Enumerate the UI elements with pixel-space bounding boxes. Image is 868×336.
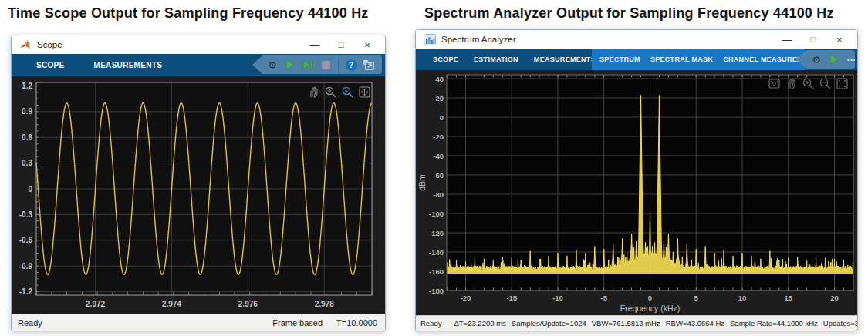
close-button[interactable]: × <box>354 36 380 53</box>
minimize-button[interactable]: — <box>302 36 328 53</box>
scope-statusbar: Ready Frame based T=10.0000 <box>12 314 385 331</box>
tab-estimation[interactable]: ESTIMATION <box>474 55 518 63</box>
simulation-settings-icon[interactable]: ⚙ <box>809 52 823 66</box>
svg-text:5: 5 <box>694 294 699 302</box>
svg-text:2.978: 2.978 <box>315 300 334 308</box>
svg-text:0: 0 <box>648 294 652 302</box>
svg-text:-100: -100 <box>429 210 444 218</box>
stop-icon[interactable] <box>319 58 333 72</box>
scope-window: Scope — □ × SCOPE MEASUREMENTS ⚙ ? <box>11 35 386 331</box>
maximize-button[interactable]: □ <box>328 36 354 53</box>
fit-to-view-icon[interactable] <box>836 77 849 90</box>
svg-text:0.3: 0.3 <box>22 159 32 167</box>
spectrum-plot[interactable]: 40200-20-40-60-80-100-120-140-160-180-20… <box>416 70 858 317</box>
close-button[interactable]: × <box>826 31 853 48</box>
status-vbw: VBW=761.5813 mHz <box>592 319 660 328</box>
svg-text:15: 15 <box>784 294 792 302</box>
matlab-logo-icon <box>19 39 32 51</box>
pan-icon[interactable] <box>785 77 798 90</box>
svg-text:-0.9: -0.9 <box>19 262 33 270</box>
spectrum-window-title: Spectrum Analyzer <box>441 35 516 44</box>
spectrum-toolbar: ⚙ ••• <box>796 50 855 69</box>
svg-text:-10: -10 <box>552 294 563 302</box>
tab-scope[interactable]: SCOPE <box>433 55 458 63</box>
run-icon[interactable] <box>827 52 841 66</box>
status-delta-t: ΔT=23.2200 ms <box>454 319 505 328</box>
scope-status-ready: Ready <box>18 318 42 328</box>
svg-text:2.976: 2.976 <box>238 300 258 308</box>
svg-text:-15: -15 <box>506 294 517 302</box>
svg-text:-80: -80 <box>433 190 444 199</box>
left-figure-title: Time Scope Output for Sampling Frequency… <box>8 5 369 22</box>
svg-text:-0.6: -0.6 <box>19 236 33 244</box>
time-scope-plot[interactable]: 1.20.90.60.30-0.3-0.6-0.9-1.22.9722.9742… <box>12 76 386 315</box>
minimize-button[interactable]: — <box>774 31 800 48</box>
svg-text:40: 40 <box>435 75 444 83</box>
status-rbw: RBW=43.0664 Hz <box>666 319 724 328</box>
spectrum-status-metrics: ΔT=23.2200 ms Samples/Update=1024 VBW=76… <box>454 319 858 328</box>
svg-text:0.6: 0.6 <box>22 133 32 142</box>
spectrum-plot-tools <box>768 77 849 90</box>
svg-text:-60: -60 <box>433 171 444 180</box>
tab-spectral-mask[interactable]: SPECTRAL MASK <box>650 55 713 63</box>
svg-text:-5: -5 <box>601 294 608 302</box>
spectrum-plot-region: 40200-20-40-60-80-100-120-140-160-180-20… <box>416 70 857 315</box>
svg-text:-160: -160 <box>429 267 444 276</box>
svg-text:2.972: 2.972 <box>86 300 105 308</box>
tab-spectrum[interactable]: SPECTRUM <box>599 55 640 63</box>
scope-status-time: T=10.0000 <box>336 318 377 328</box>
status-samples-per-update: Samples/Update=1024 <box>512 319 586 328</box>
scope-plot-region: 1.20.90.60.30-0.3-0.6-0.9-1.22.9722.9742… <box>12 76 385 314</box>
zoom-out-icon[interactable] <box>819 77 832 90</box>
run-icon[interactable] <box>283 58 297 72</box>
svg-text:-0.3: -0.3 <box>19 210 33 219</box>
spectrum-analyzer-window: Spectrum Analyzer — □ × SCOPE ESTIMATION… <box>415 29 858 331</box>
svg-text:-20: -20 <box>461 294 471 302</box>
spectrum-status-ready: Ready <box>420 319 441 328</box>
zoom-in-icon[interactable] <box>324 86 337 99</box>
spectrum-context-tab-group: SPECTRUM SPECTRAL MASK CHANNEL MEASUREME… <box>592 49 805 70</box>
svg-text:20: 20 <box>830 294 839 302</box>
maximize-button[interactable]: □ <box>800 31 826 48</box>
dock-window-icon[interactable] <box>362 58 376 72</box>
tab-measurements[interactable]: MEASUREMENTS <box>94 61 163 69</box>
svg-text:-40: -40 <box>433 152 444 160</box>
svg-text:-20: -20 <box>433 133 444 141</box>
svg-text:20: 20 <box>435 94 444 102</box>
svg-text:0: 0 <box>28 185 32 193</box>
tab-measurements[interactable]: MEASUREMENTS <box>534 55 596 63</box>
fit-to-view-icon[interactable] <box>358 86 371 99</box>
status-sample-rate: Sample Rate=44.1000 kHz <box>730 319 818 328</box>
svg-text:0: 0 <box>440 113 444 122</box>
autoscale-icon[interactable] <box>768 77 781 90</box>
scope-toolstrip: SCOPE MEASUREMENTS ⚙ ? <box>12 54 385 76</box>
spectrum-statusbar: Ready ΔT=23.2200 ms Samples/Update=1024 … <box>416 315 857 331</box>
svg-text:dBm: dBm <box>417 174 427 191</box>
svg-text:-1.2: -1.2 <box>19 287 33 296</box>
svg-text:Frequency (kHz): Frequency (kHz) <box>620 304 681 313</box>
scope-plot-tools <box>307 86 371 99</box>
simulation-settings-icon[interactable]: ⚙ <box>265 58 279 72</box>
scope-status-frame-mode: Frame based <box>272 318 323 328</box>
status-updates: Updates=348 <box>823 319 858 328</box>
svg-text:10: 10 <box>738 294 747 302</box>
svg-text:0.9: 0.9 <box>22 107 32 116</box>
svg-text:-140: -140 <box>429 248 444 257</box>
spectrum-titlebar: Spectrum Analyzer — □ × <box>416 30 857 49</box>
zoom-in-icon[interactable] <box>802 77 815 90</box>
toolbar-separator <box>338 59 339 71</box>
svg-text:2.974: 2.974 <box>162 300 181 308</box>
tab-scope[interactable]: SCOPE <box>36 61 65 69</box>
help-icon[interactable]: ? <box>344 58 358 72</box>
svg-text:1.2: 1.2 <box>22 82 32 90</box>
step-forward-icon[interactable] <box>301 58 315 72</box>
zoom-out-icon[interactable] <box>341 86 354 99</box>
spectrum-analyzer-logo-icon <box>424 34 436 45</box>
pan-icon[interactable] <box>307 86 320 99</box>
spectrum-toolstrip: SCOPE ESTIMATION MEASUREMENTS SPECTRUM S… <box>416 49 857 70</box>
scope-titlebar: Scope — □ × <box>12 35 385 54</box>
scope-window-title: Scope <box>37 40 62 49</box>
right-figure-title: Spectrum Analyzer Output for Sampling Fr… <box>424 5 834 22</box>
svg-text:-120: -120 <box>429 229 444 237</box>
scope-toolbar: ⚙ ? <box>252 55 382 74</box>
